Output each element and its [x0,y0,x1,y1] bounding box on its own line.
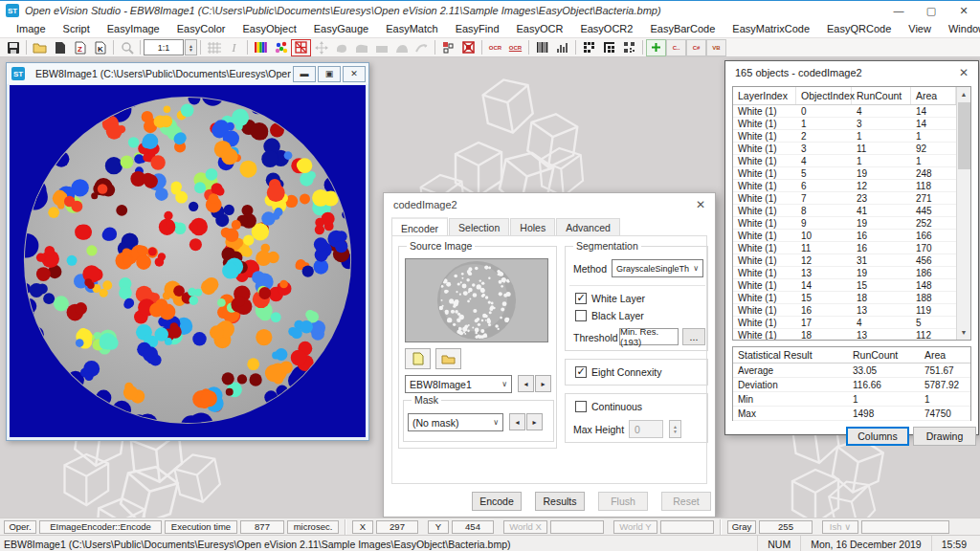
color-dots-icon[interactable] [271,39,291,56]
easycolor-icon[interactable] [251,39,271,56]
encode-button[interactable]: Encode [472,492,522,511]
table-row[interactable]: White (1)723271 [733,192,956,205]
image-prev-button[interactable]: ◂ [518,375,534,392]
open-image-button[interactable] [435,348,461,369]
minimize-icon[interactable]: — [882,1,915,20]
table-row[interactable]: White (1)1231456 [733,254,956,267]
image-window-close-icon[interactable]: ✕ [343,66,366,82]
cpp-script-icon[interactable]: C.. [666,39,686,56]
threshold-browse-button[interactable]: ... [682,328,705,345]
selection-grid-icon[interactable] [458,39,479,56]
bacteria-image[interactable] [10,85,366,437]
image-next-button[interactable]: ▸ [535,375,551,392]
method-combo[interactable]: GrayscaleSingleThreshold∨ [612,259,703,277]
menu-easyobject[interactable]: EasyObject [234,23,304,34]
new-image-icon[interactable] [50,39,70,56]
menu-easymatrixcode[interactable]: EasyMatrixCode [724,23,818,34]
scroll-thumb[interactable] [958,102,970,169]
menu-easycolor[interactable]: EasyColor [168,23,234,34]
close-icon[interactable]: ✕ [947,1,980,20]
image-window-minimize-icon[interactable]: ▬ [293,66,316,82]
menu-easyimage[interactable]: EasyImage [99,23,168,34]
table-row[interactable]: White (1)31192 [733,143,956,155]
image-window-titlebar[interactable]: ST EBW8Image1 (C:\Users\Public\Documents… [7,63,368,84]
table-row[interactable]: White (1)1016166 [733,230,956,242]
menu-view[interactable]: View [900,23,940,34]
menu-window[interactable]: Window [940,23,980,34]
table-row[interactable]: White (1)211 [733,130,956,143]
cell: 118 [911,181,956,191]
tab-selection[interactable]: Selection [449,218,509,235]
dialog-titlebar[interactable]: codedImage2 ✕ [384,193,715,216]
new-image-button[interactable] [405,348,431,369]
table-row[interactable]: White (1)1415148 [733,279,956,292]
mask-next-button[interactable]: ▸ [526,413,543,430]
open-icon[interactable] [30,39,50,56]
save-icon[interactable] [3,39,23,56]
scroll-up-icon[interactable]: ▲ [957,87,971,101]
vb-script-icon[interactable]: VB [706,39,726,56]
table-row[interactable]: White (1)1745 [733,317,956,329]
barcode-icon[interactable] [532,39,552,56]
eight-connexity-checkbox[interactable]: Eight Connexity [575,366,662,378]
scroll-down-icon[interactable]: ▼ [957,325,971,340]
table-row[interactable]: White (1)841445 [733,205,956,217]
table-row[interactable]: White (1)1319186 [733,267,956,279]
load-image-k-icon[interactable]: K [90,39,110,56]
table-row[interactable]: White (1)612118 [733,180,956,192]
tab-encoder[interactable]: Encoder [391,217,448,236]
tab-advanced[interactable]: Advanced [556,218,620,235]
menu-easygauge[interactable]: EasyGauge [305,23,377,34]
menu-easyocr[interactable]: EasyOCR [508,23,572,34]
table-row[interactable]: White (1)411 [733,155,956,167]
menu-script[interactable]: Script [55,23,99,34]
source-image-thumbnail[interactable] [405,258,548,342]
menu-easyfind[interactable]: EasyFind [447,23,508,34]
menu-easyqrcode[interactable]: EasyQRCode [818,23,900,34]
menu-easyocr2[interactable]: EasyOCR2 [571,23,641,34]
table-row[interactable]: White (1)519248 [733,167,956,180]
load-image-z-icon[interactable]: Z [70,39,90,56]
image-window-restore-icon[interactable]: ▣ [318,66,341,82]
columns-button[interactable]: Columns [846,427,909,446]
matrixcode2-icon[interactable] [599,39,619,56]
menu-image[interactable]: Image [8,23,55,34]
objects-table-header[interactable]: LayerIndex ObjectIndex RunCount Area [733,87,956,105]
table-row[interactable]: White (1)1116170 [733,242,956,254]
easyobject-icon[interactable] [438,39,458,56]
dialog-close-icon[interactable]: ✕ [696,198,705,211]
results-button[interactable]: Results [535,492,585,511]
objects-panel-close-icon[interactable]: ✕ [959,66,969,79]
csharp-script-icon[interactable]: C# [686,39,706,56]
zoom-spinner[interactable]: ▲▼ [185,39,197,55]
tab-holes[interactable]: Holes [510,218,555,235]
maximize-icon[interactable]: ▢ [915,1,947,20]
white-layer-checkbox[interactable]: White Layer [575,293,645,304]
image-select-combo[interactable]: EBW8Image1∨ [405,375,512,393]
mask-select-combo[interactable]: (No mask)∨ [408,413,503,431]
drawing-button[interactable]: Drawing [913,427,976,446]
coded-image-icon[interactable] [291,39,311,56]
table-row[interactable]: White (1)1518188 [733,292,956,304]
add-script-icon[interactable] [646,39,666,56]
objects-panel-titlebar[interactable]: 165 objects - codedImage2 ✕ [725,61,978,84]
black-layer-checkbox[interactable]: Black Layer [575,310,644,321]
menu-easybarcode[interactable]: EasyBarCode [641,23,724,34]
continuous-checkbox[interactable]: Continuous [575,401,642,412]
table-row[interactable]: White (1)1813112 [733,329,956,340]
easyocr-icon[interactable]: OCR [485,39,505,56]
table-row[interactable]: White (1)1314 [733,118,956,130]
menu-easymatch[interactable]: EasyMatch [377,23,446,34]
zoom-level-combo[interactable]: 1:1 [144,39,184,55]
dialog-tabs: Encoder Selection Holes Advanced [384,216,715,235]
histogram-icon[interactable] [552,39,572,56]
matrixcode-icon[interactable] [579,39,599,56]
mask-prev-button[interactable]: ◂ [509,413,525,430]
qrcode-icon[interactable] [619,39,639,56]
threshold-field[interactable]: Min. Res. (193) [619,328,679,345]
table-row[interactable]: White (1)919252 [733,217,956,230]
table-row[interactable]: White (1)1613119 [733,304,956,317]
table-row[interactable]: White (1)0414 [733,105,956,118]
easyocr2-icon[interactable]: OCR [505,39,525,56]
objects-table-scrollbar[interactable]: ▲ ▼ [956,87,970,340]
